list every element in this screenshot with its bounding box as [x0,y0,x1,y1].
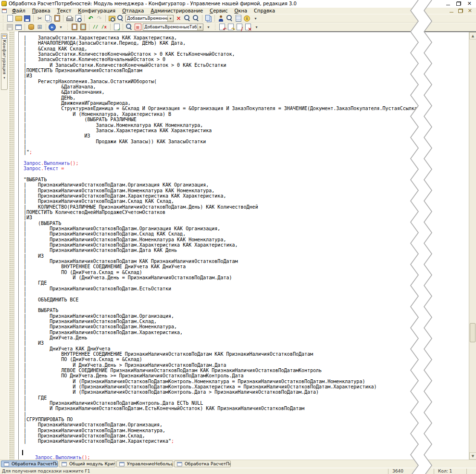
text-caret [22,450,23,455]
dropdown-arrow-icon[interactable] [167,15,173,22]
taskbar-button-1[interactable]: Обработка РасчетПотребно... [1,461,58,467]
docked-panel-strip: Конфигурация ▾ [0,31,8,460]
template-2-button[interactable] [79,23,87,31]
code-line: | ИЗ [24,340,469,346]
scrollbar-thumb[interactable] [470,323,476,342]
print-button[interactable] [65,14,74,22]
module-edit-button[interactable] [235,23,243,31]
menu-service[interactable]: Сервис [206,8,231,14]
panel-splitter[interactable] [8,31,14,460]
help-search-button[interactable] [225,14,234,22]
toolbar-grip [2,15,4,22]
start-debugging-icon [49,24,56,31]
find-next-button[interactable] [183,14,191,22]
mdi-document-icon[interactable] [2,9,7,13]
find-procedure-button[interactable] [125,23,133,31]
format-module-button[interactable] [113,23,121,31]
vertical-scrollbar[interactable]: ▲ ▼ [469,32,476,460]
help-search-icon [226,15,233,22]
minimize-icon[interactable] [446,5,450,5]
toolbar3-overflow-button[interactable] [252,23,261,31]
procedures-functions-button[interactable] [234,14,242,22]
line-indicator: 3640 [388,469,434,474]
module-back-button[interactable] [218,23,226,31]
menu-text[interactable]: Текст [54,8,75,14]
save-configuration-icon [6,24,13,31]
code-line: | ЗапасыОстатки.КоличествоКонечныйОстато… [24,51,469,57]
open-form-button[interactable] [14,23,23,31]
search-text-combobox[interactable]: ДобавитьВременныеТ [125,15,174,22]
template-1-icon [71,24,78,31]
main-area: Конфигурация ▾ | ЗапасыОстатки.Характери… [0,31,476,460]
start-debugging-button[interactable] [48,23,56,31]
menu-file[interactable]: Файл [9,8,29,14]
syntax-check-button[interactable] [217,14,225,22]
template-1-button[interactable] [70,23,78,31]
copy-special-icon [205,15,212,22]
restore-icon[interactable] [456,1,461,6]
menu-edit[interactable]: Правка [29,8,54,14]
scroll-up-icon[interactable]: ▲ [469,32,476,39]
add-comment-button[interactable] [91,23,100,31]
copy-button[interactable] [44,14,52,22]
code-line: | ДниУчета КАК ДниУчета [24,346,469,351]
code-line: | ВНУТРЕННЕЕ СОЕДИНЕНИЕ ДниУчета КАК Дни… [24,264,469,269]
configuration-icon [2,35,7,39]
table-button[interactable] [36,23,44,31]
menu-windows[interactable]: Окна [231,8,251,14]
undo-button[interactable] [87,14,95,22]
query-constructor-icon[interactable] [134,23,142,31]
paste-button[interactable] [53,14,61,22]
scroll-down-icon[interactable]: ▼ [469,452,476,460]
copy-special-button[interactable] [204,14,213,22]
print-preview-button[interactable] [74,14,82,22]
mdi-close-icon[interactable]: ✕ [468,9,472,13]
clear-search-button[interactable] [175,14,183,22]
toolbar1-overflow-button[interactable] [251,14,260,22]
toolbar-separator [202,15,202,22]
dropdown-arrow-icon[interactable] [197,24,203,30]
toolbar-separator [84,15,85,22]
find-button[interactable] [116,14,125,22]
close-icon[interactable]: ✕ [467,1,472,6]
configuration-panel-tab[interactable]: Конфигурация ▾ [1,33,8,90]
code-line: | ПризнакиНаличияОстатковПоДатам.Номенкл… [24,428,469,433]
mdi-restore-icon[interactable] [458,9,463,13]
procedure-combobox[interactable]: ДобавитьВременныеТаблицыГ [143,24,203,31]
menu-debug[interactable]: Отладка [119,8,147,14]
new-document-button[interactable] [6,14,14,22]
code-line: | Запасы.Номенклатура КАК Номенклатура, [24,123,469,128]
menu-configuration[interactable]: Конфигурация [75,8,119,14]
taskbar-button-4[interactable]: Обработка РасчетПотребно... [174,461,231,467]
code-line: | ОБЪЕДИНИТЬ ВСЕ [24,297,469,302]
code-line: | &ДатаНачала, [24,84,469,89]
toolbar-separator [105,15,106,22]
find-previous-button[interactable] [192,14,200,22]
menu-administration[interactable]: Администрирование [147,8,206,14]
toolbar2-overflow-button[interactable] [204,23,213,31]
code-line: | ПризнакиНаличияОстатковПоДатамКонтроль… [24,400,469,406]
configuration-tab-label: Конфигурация [2,40,7,75]
database-update-button[interactable] [27,23,35,31]
global-search-button[interactable] [108,14,116,22]
menu-help[interactable]: Справка [251,8,278,14]
open-button[interactable] [14,14,23,22]
remove-comment-button[interactable] [100,23,108,31]
module-refresh-button[interactable] [226,23,235,31]
code-text[interactable]: | ЗапасыОстатки.Характеристика КАК Харак… [19,32,469,460]
code-editor[interactable]: | ЗапасыОстатки.Характеристика КАК Харак… [18,31,476,460]
save-configuration-button[interactable] [6,23,14,31]
toolbar-separator [110,24,111,30]
code-line: | НАЧАЛОПЕРИОДА(ЗапасыОстатки.Период, ДЕ… [24,40,469,46]
redo-button[interactable] [95,14,103,22]
module-delete-button[interactable] [244,23,252,31]
mdi-minimize-icon[interactable] [450,12,453,12]
debug-options-button[interactable] [57,23,65,31]
code-line: | ПризнакиНаличияОстатковПоДатам.Характе… [24,438,469,444]
taskbar-button-3[interactable]: УправлениеНебольшойФир... [116,461,173,467]
about-button[interactable] [243,14,251,22]
taskbar-button-2[interactable]: Общий модуль Криптограф... [59,461,115,467]
save-button[interactable] [23,14,31,22]
cut-button[interactable] [36,14,44,22]
code-line [24,155,469,161]
